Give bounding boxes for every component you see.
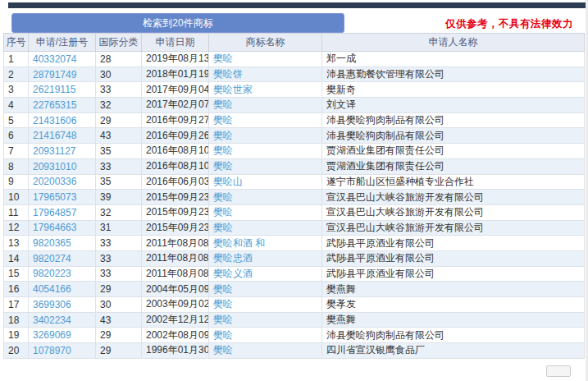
registration-number-link[interactable]: 3269069: [29, 328, 96, 343]
cell-apply-date: 2016年09月26日: [142, 128, 209, 144]
registration-number-link[interactable]: 4054166: [29, 282, 96, 297]
cell-applicant-name: 樊孝发: [322, 297, 585, 313]
cell-apply-date: 2017年02月07日: [142, 98, 209, 113]
table-row: 920200336352016年06月03日樊哙山遂宁市船山区恒盛种植专业合作社: [4, 174, 585, 190]
table-row: 820931010332016年08月10日樊哙贾湖酒业集团有限责任公司: [4, 158, 585, 174]
table-row: 228791749302018年01月19日樊哙饼沛县惠勤餐饮管理有限公司: [4, 67, 585, 82]
cell-intl-class: 32: [96, 98, 142, 113]
cell-apply-date: 2017年09月04日: [142, 82, 209, 98]
cell-serial-no: 20: [4, 343, 29, 359]
table-row: 149820274332011年08月08日樊哙忠酒武陟县平原酒业有限公司: [4, 250, 585, 266]
cell-intl-class: 33: [96, 158, 142, 174]
registration-number-link[interactable]: 3402234: [29, 312, 96, 328]
trademark-name-link[interactable]: 樊哙: [209, 343, 322, 359]
cell-intl-class: 33: [96, 82, 142, 98]
registration-number-link[interactable]: 3699306: [29, 297, 96, 313]
cell-apply-date: 2016年09月27日: [142, 112, 209, 128]
registration-number-link[interactable]: 9820274: [29, 250, 96, 266]
cell-apply-date: 1996年01月30日: [142, 343, 209, 359]
cell-apply-date: 2011年08月08日: [142, 266, 209, 282]
cell-applicant-name: 樊新奇: [322, 82, 585, 98]
cell-intl-class: 30: [96, 67, 142, 82]
cell-applicant-name: 贾湖酒业集团有限责任公司: [322, 144, 585, 159]
registration-number-link[interactable]: 20931127: [29, 144, 96, 159]
header-trademark-name: 商标名称: [209, 34, 322, 52]
registration-number-link[interactable]: 21416748: [29, 128, 96, 144]
cell-applicant-name: 沛县惠勤餐饮管理有限公司: [322, 67, 585, 82]
registration-number-link[interactable]: 21431606: [29, 112, 96, 128]
table-row: 1117964857322015年09月23日樊哙宣汉县巴山大峡谷旅游开发有限公…: [4, 204, 585, 220]
registration-number-link[interactable]: 26219115: [29, 82, 96, 98]
trademark-name-link[interactable]: 樊哙: [209, 204, 322, 220]
trademark-name-link[interactable]: 樊哙: [209, 312, 322, 328]
trademark-name-link[interactable]: 樊哙和酒 和: [209, 236, 322, 251]
trademark-name-link[interactable]: 樊哙: [209, 282, 322, 297]
cell-serial-no: 13: [4, 236, 29, 251]
cell-apply-date: 2011年08月08日: [142, 250, 209, 266]
registration-number-link[interactable]: 22765315: [29, 98, 96, 113]
cell-intl-class: 31: [96, 220, 142, 236]
results-count-button[interactable]: 检索到20件商标: [11, 13, 344, 33]
trademark-name-link[interactable]: 樊哙义酒: [209, 266, 322, 282]
cell-applicant-name: 宣汉县巴山大峡谷旅游开发有限公司: [322, 190, 585, 205]
cell-intl-class: 29: [96, 282, 142, 297]
cell-applicant-name: 沛县樊哙狗肉制品有限公司: [322, 112, 585, 128]
cell-serial-no: 14: [4, 250, 29, 266]
cell-serial-no: 5: [4, 112, 29, 128]
table-row: 201078970291996年01月30日樊哙四川省宣汉银鹰食品厂: [4, 343, 585, 359]
cell-intl-class: 29: [96, 343, 142, 359]
table-row: 720931127352016年08月10日樊哙贾湖酒业集团有限责任公司: [4, 144, 585, 159]
cell-apply-date: 2002年12月12日: [142, 312, 209, 328]
trademark-name-link[interactable]: 樊哙: [209, 158, 322, 174]
trademark-name-link[interactable]: 樊哙: [209, 52, 322, 67]
registration-number-link[interactable]: 9820365: [29, 236, 96, 251]
registration-number-link[interactable]: 9820223: [29, 266, 96, 282]
cell-serial-no: 15: [4, 266, 29, 282]
table-row: 173699306302003年09月02日樊哙樊孝发: [4, 297, 585, 313]
cell-intl-class: 35: [96, 174, 142, 190]
registration-number-link[interactable]: 17964857: [29, 204, 96, 220]
cell-intl-class: 35: [96, 144, 142, 159]
registration-number-link[interactable]: 28791749: [29, 67, 96, 82]
trademark-name-link[interactable]: 樊哙山: [209, 174, 322, 190]
trademark-name-link[interactable]: 樊哙忠酒: [209, 250, 322, 266]
cell-applicant-name: 四川省宣汉银鹰食品厂: [322, 343, 585, 359]
trademark-name-link[interactable]: 樊哙: [209, 112, 322, 128]
trademark-name-link[interactable]: 樊哙饼: [209, 67, 322, 82]
cell-applicant-name: 武陟县平原酒业有限公司: [322, 236, 585, 251]
registration-number-link[interactable]: 17965073: [29, 190, 96, 205]
bottom-corner-widget[interactable]: [546, 365, 571, 377]
table-row: 139820365332011年08月08日樊哙和酒 和武陟县平原酒业有限公司: [4, 236, 585, 251]
cell-serial-no: 12: [4, 220, 29, 236]
cell-serial-no: 9: [4, 174, 29, 190]
trademark-name-link[interactable]: 樊哙: [209, 220, 322, 236]
cell-apply-date: 2016年06月03日: [142, 174, 209, 190]
trademark-name-link[interactable]: 樊哙: [209, 328, 322, 343]
table-row: 326219115332017年09月04日樊哙世家樊新奇: [4, 82, 585, 98]
trademark-name-link[interactable]: 樊哙: [209, 190, 322, 205]
cell-serial-no: 17: [4, 297, 29, 313]
trademark-name-link[interactable]: 樊哙: [209, 128, 322, 144]
registration-number-link[interactable]: 40332074: [29, 52, 96, 67]
registration-number-link[interactable]: 20200336: [29, 174, 96, 190]
trademark-name-link[interactable]: 樊哙: [209, 98, 322, 113]
registration-number-link[interactable]: 1078970: [29, 343, 96, 359]
cell-apply-date: 2019年08月13日: [142, 52, 209, 67]
cell-intl-class: 39: [96, 190, 142, 205]
cell-applicant-name: 宣汉县巴山大峡谷旅游开发有限公司: [322, 220, 585, 236]
results-table-container: 序号 申请/注册号 国际分类 申请日期 商标名称 申请人名称 140332074…: [3, 33, 585, 359]
trademark-name-link[interactable]: 樊哙: [209, 297, 322, 313]
cell-intl-class: 30: [96, 297, 142, 313]
trademark-name-link[interactable]: 樊哙世家: [209, 82, 322, 98]
registration-number-link[interactable]: 17964663: [29, 220, 96, 236]
cell-serial-no: 16: [4, 282, 29, 297]
table-row: 1017965073392015年09月23日樊哙宣汉县巴山大峡谷旅游开发有限公…: [4, 190, 585, 205]
header-apply-date: 申请日期: [142, 34, 209, 52]
trademark-name-link[interactable]: 樊哙: [209, 144, 322, 159]
cell-intl-class: 43: [96, 312, 142, 328]
header-intl-class: 国际分类: [96, 34, 142, 52]
table-row: 621416748432016年09月26日樊哙沛县樊哙狗肉制品有限公司: [4, 128, 585, 144]
cell-serial-no: 3: [4, 82, 29, 98]
registration-number-link[interactable]: 20931010: [29, 158, 96, 174]
table-header-row: 序号 申请/注册号 国际分类 申请日期 商标名称 申请人名称: [4, 34, 585, 52]
